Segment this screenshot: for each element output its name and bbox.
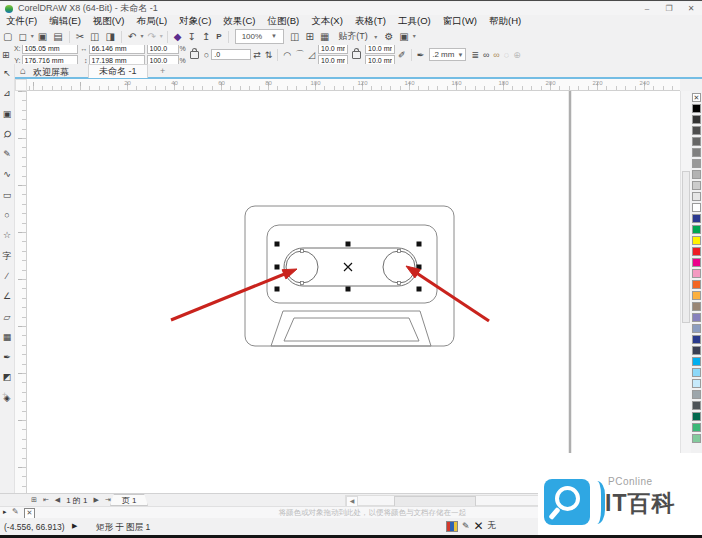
curve-node[interactable] [398, 250, 401, 253]
quick-customize-button[interactable]: ⊕ [511, 50, 523, 60]
new-document-button[interactable]: ▢ [0, 28, 15, 45]
menu-effects[interactable]: 效果(C) [217, 15, 261, 28]
parallel-dimension-tool[interactable]: ∕ [1, 270, 14, 282]
outline-none-indicator[interactable]: ✎ [462, 521, 470, 531]
tab-welcome-screen[interactable]: 欢迎屏幕 [33, 66, 69, 79]
crop-tool[interactable]: ▣ [1, 108, 14, 120]
rotation-angle-field[interactable] [211, 49, 251, 60]
menu-text[interactable]: 文本(X) [305, 15, 349, 28]
selection-handle[interactable] [346, 242, 351, 247]
import-button[interactable]: ↧ [185, 28, 199, 45]
page-tab-1[interactable]: 页 1 [110, 494, 148, 506]
palette-swatch[interactable] [692, 148, 701, 157]
palette-swatch[interactable] [692, 126, 701, 135]
next-page-button[interactable]: ▶ [90, 496, 101, 504]
tab-untitled-document[interactable]: 未命名 -1 [88, 64, 148, 78]
link-button[interactable]: ∞ [481, 50, 491, 60]
selection-handle[interactable] [346, 287, 351, 292]
palette-swatch[interactable] [692, 203, 701, 212]
cut-button[interactable]: ✂ [73, 28, 87, 45]
palette-swatch[interactable] [692, 346, 701, 355]
palette-swatch[interactable] [692, 412, 701, 421]
print-button[interactable]: ▤ [50, 28, 65, 45]
color-eyedropper-tool[interactable]: ✒ [1, 351, 14, 363]
menu-layout[interactable]: 布局(L) [130, 15, 173, 28]
pick-tool[interactable]: ↖ [1, 67, 14, 79]
ellipse-tool[interactable]: ○ [1, 209, 14, 221]
palette-swatch[interactable] [692, 181, 701, 190]
page-sorter-button[interactable]: ⊞ [28, 496, 40, 504]
redo-button[interactable]: ↷ [144, 28, 158, 45]
search-content-button[interactable]: ◆ [171, 28, 185, 45]
menu-tools[interactable]: 工具(O) [392, 15, 437, 28]
export-button[interactable]: ↥ [199, 28, 213, 45]
corner-radius-field-1[interactable] [318, 45, 348, 54]
corner-radius-field-3[interactable] [365, 45, 395, 54]
palette-swatch[interactable] [692, 115, 701, 124]
palette-swatch[interactable] [692, 335, 701, 344]
left-reel-circle[interactable] [286, 251, 318, 283]
palette-swatch[interactable] [692, 291, 701, 300]
curve-node[interactable] [301, 250, 304, 253]
palette-swatch[interactable] [692, 170, 701, 179]
selection-handle[interactable] [417, 242, 422, 247]
transparency-tool[interactable]: ▦ [1, 331, 14, 343]
zoom-level-combo[interactable]: 100% ▼ [235, 29, 284, 44]
menu-help[interactable]: 帮助(H) [483, 15, 527, 28]
scale-h-field[interactable] [147, 45, 179, 54]
selection-center-marker[interactable] [344, 263, 352, 271]
polygon-tool[interactable]: ☆ [1, 229, 14, 241]
palette-swatch[interactable] [692, 434, 701, 443]
redo-dropdown[interactable]: ▾ [159, 28, 164, 45]
palette-swatch[interactable] [692, 137, 701, 146]
connector-tool[interactable]: ∠ [1, 290, 14, 302]
eyedropper-icon[interactable]: ✎ [12, 507, 19, 516]
palette-swatch[interactable] [692, 368, 701, 377]
cassette-label-window[interactable] [267, 225, 437, 303]
palette-swatch[interactable] [692, 159, 701, 168]
palette-swatch[interactable] [692, 192, 701, 201]
drop-shadow-tool[interactable]: ▱ [1, 311, 14, 323]
menu-object[interactable]: 对象(C) [173, 15, 217, 28]
outline-width-combo[interactable]: .2 mm ▼ [429, 48, 466, 61]
palette-no-color-swatch[interactable]: ✕ [692, 93, 701, 102]
customize-toolbox-button[interactable]: + [2, 390, 7, 400]
artistic-media-tool[interactable]: ∿ [1, 168, 14, 180]
horizontal-ruler[interactable]: 20406080100120140160180200220240 [27, 79, 680, 91]
lock-ratio-toggle[interactable] [190, 51, 199, 59]
show-rulers-button[interactable]: ⊞ [303, 28, 317, 45]
palette-swatch[interactable] [692, 313, 701, 322]
curve-node[interactable] [301, 282, 304, 285]
menu-bitmaps[interactable]: 位图(B) [262, 15, 306, 28]
cassette-base-trapezoid-inner[interactable] [284, 318, 419, 341]
wrap-text-button[interactable]: ≣ [469, 50, 481, 60]
rectangle-tool[interactable]: ▭ [1, 189, 14, 201]
paste-button[interactable]: ◨ [103, 28, 118, 45]
status-flyout-icon[interactable]: ▶ [72, 522, 77, 530]
palette-swatch[interactable] [692, 269, 701, 278]
palette-swatch[interactable] [692, 423, 701, 432]
text-tool[interactable]: 字 [1, 250, 14, 262]
palette-swatch[interactable] [692, 247, 701, 256]
round-corner-button[interactable]: ◠ [281, 50, 293, 60]
object-width-field[interactable] [89, 45, 145, 54]
minimize-button[interactable]: – [636, 2, 658, 15]
mirror-vertical-button[interactable]: ⇅ [263, 50, 275, 60]
zoom-tool[interactable]: Ϙ [0, 125, 16, 143]
unlink-button[interactable]: ∞ [491, 50, 501, 60]
ruler-origin[interactable] [15, 79, 27, 91]
palette-swatch[interactable] [692, 214, 701, 223]
palette-swatch[interactable] [692, 401, 701, 410]
menu-window[interactable]: 窗口(W) [437, 15, 483, 28]
options-button[interactable]: ⚙ [381, 28, 396, 45]
restore-button[interactable]: ❐ [658, 2, 680, 15]
curve-node[interactable] [398, 282, 401, 285]
menu-edit[interactable]: 编辑(E) [43, 15, 87, 28]
interactive-fill-tool[interactable]: ◩ [1, 371, 14, 383]
fill-none-indicator[interactable]: ✕ [474, 520, 484, 532]
selection-handle[interactable] [275, 287, 280, 292]
relative-corner-scaling-button[interactable]: ✐ [396, 50, 408, 60]
menu-table[interactable]: 表格(T) [349, 15, 392, 28]
palette-swatch[interactable] [692, 357, 701, 366]
palette-swatch[interactable] [692, 302, 701, 311]
